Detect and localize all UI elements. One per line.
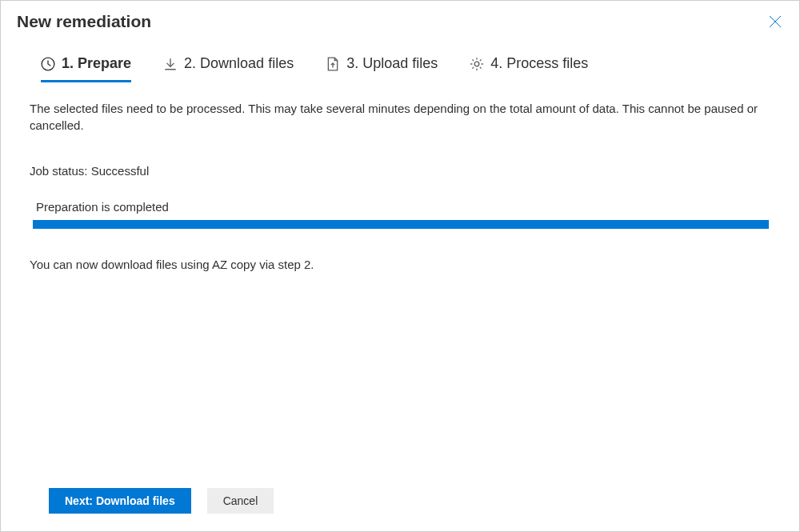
tab-label: 4. Process files bbox=[490, 55, 588, 72]
dialog-title: New remediation bbox=[17, 12, 151, 31]
cancel-button[interactable]: Cancel bbox=[207, 488, 274, 514]
tab-content: The selected files need to be processed.… bbox=[1, 82, 799, 488]
job-status-label: Job status: bbox=[30, 164, 88, 178]
close-button[interactable] bbox=[767, 14, 783, 30]
dialog-header: New remediation bbox=[1, 1, 799, 36]
gear-icon bbox=[470, 57, 484, 71]
remediation-dialog: New remediation 1. Prepare bbox=[0, 0, 800, 532]
tab-label: 3. Upload files bbox=[346, 55, 438, 72]
file-upload-icon bbox=[326, 57, 340, 71]
hint-text: You can now download files using AZ copy… bbox=[30, 258, 770, 271]
tab-prepare[interactable]: 1. Prepare bbox=[41, 55, 131, 82]
tab-upload[interactable]: 3. Upload files bbox=[326, 55, 438, 82]
description-text: The selected files need to be processed.… bbox=[30, 100, 770, 134]
job-status: Job status: Successful bbox=[30, 164, 770, 178]
tab-label: 2. Download files bbox=[184, 55, 294, 72]
download-icon bbox=[163, 57, 178, 71]
next-button[interactable]: Next: Download files bbox=[49, 488, 191, 514]
tab-download[interactable]: 2. Download files bbox=[163, 55, 294, 82]
dialog-footer: Next: Download files Cancel bbox=[1, 488, 799, 531]
clock-icon bbox=[41, 57, 55, 71]
job-status-value: Successful bbox=[91, 164, 150, 178]
progress-label: Preparation is completed bbox=[30, 200, 770, 214]
svg-point-3 bbox=[474, 62, 479, 66]
tab-process[interactable]: 4. Process files bbox=[470, 55, 588, 82]
wizard-tabs: 1. Prepare 2. Download files 3. Upload f… bbox=[1, 36, 799, 82]
progress-bar bbox=[33, 220, 769, 229]
tab-label: 1. Prepare bbox=[62, 55, 131, 72]
close-icon bbox=[769, 15, 782, 28]
